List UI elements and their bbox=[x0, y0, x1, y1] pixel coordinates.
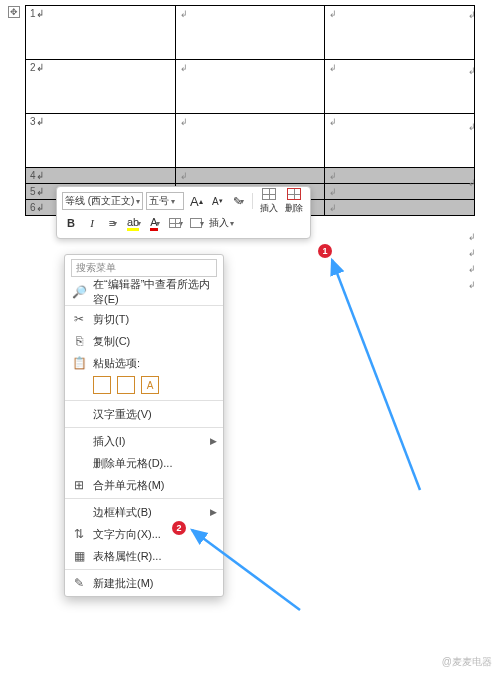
menu-item[interactable]: 汉字重选(V) bbox=[65, 403, 223, 425]
font-color-button[interactable]: A▾ bbox=[146, 214, 164, 232]
para-mark: ↲ bbox=[180, 117, 188, 127]
insert-label: 插入 bbox=[260, 202, 278, 215]
table-cell[interactable]: 4↲ bbox=[26, 168, 176, 184]
menu-item-icon: ✂ bbox=[71, 312, 87, 326]
callout-badge-1: 1 bbox=[318, 244, 332, 258]
table-cell[interactable]: ↲ bbox=[325, 168, 475, 184]
paste-option-icon[interactable]: A bbox=[141, 376, 159, 394]
insert-dropdown-button[interactable]: 插入 bbox=[209, 214, 229, 232]
para-mark: ↲ bbox=[180, 9, 188, 19]
paste-options-row: A bbox=[65, 374, 223, 398]
para-mark: ↲ bbox=[329, 187, 337, 197]
grid-delete-icon bbox=[287, 188, 301, 200]
table-cell[interactable]: ↲ bbox=[175, 6, 325, 60]
menu-separator bbox=[65, 498, 223, 499]
table-row[interactable]: 4↲↲↲ bbox=[26, 168, 475, 184]
menu-item[interactable]: ⊞合并单元格(M) bbox=[65, 474, 223, 496]
menu-search-input[interactable]: 搜索菜单 bbox=[71, 259, 217, 277]
table-row[interactable]: 1↲↲↲ bbox=[26, 6, 475, 60]
table-cell[interactable]: ↲ bbox=[175, 60, 325, 114]
paste-option-icon[interactable] bbox=[117, 376, 135, 394]
font-name: 等线 (西文正文) bbox=[65, 194, 134, 208]
menu-item[interactable]: 🔎在“编辑器”中查看所选内容(E) bbox=[65, 281, 223, 303]
font-size: 五号 bbox=[149, 194, 169, 208]
para-mark: ↲ bbox=[468, 280, 476, 290]
table-cell[interactable]: 2↲ bbox=[26, 60, 176, 114]
table-cell[interactable]: ↲ bbox=[325, 184, 475, 200]
menu-separator bbox=[65, 569, 223, 570]
table-row[interactable]: 2↲↲↲ bbox=[26, 60, 475, 114]
table-cell[interactable]: ↲ bbox=[325, 6, 475, 60]
menu-item[interactable]: ✂剪切(T) bbox=[65, 308, 223, 330]
align-button[interactable]: ≡▾ bbox=[104, 214, 122, 232]
menu-item-label: 粘贴选项: bbox=[93, 356, 217, 371]
menu-item-label: 表格属性(R)... bbox=[93, 549, 217, 564]
menu-item[interactable]: ⎘复制(C) bbox=[65, 330, 223, 352]
para-mark: ↲ bbox=[329, 63, 337, 73]
para-mark: ↲ bbox=[468, 122, 476, 132]
menu-item-label: 边框样式(B) bbox=[93, 505, 204, 520]
menu-item[interactable]: 删除单元格(D)... bbox=[65, 452, 223, 474]
format-painter-button[interactable]: ✎▾ bbox=[229, 192, 247, 210]
menu-item[interactable]: ⇅文字方向(X)... bbox=[65, 523, 223, 545]
menu-item-label: 删除单元格(D)... bbox=[93, 456, 217, 471]
cell-number: 2↲ bbox=[30, 62, 44, 73]
menu-item[interactable]: ✎新建批注(M) bbox=[65, 572, 223, 594]
menu-item[interactable]: 边框样式(B)▶ bbox=[65, 501, 223, 523]
menu-separator bbox=[65, 400, 223, 401]
paste-option-icon[interactable] bbox=[93, 376, 111, 394]
menu-item-icon: ✎ bbox=[71, 576, 87, 590]
menu-item-icon: ⊞ bbox=[71, 478, 87, 492]
para-mark: ↲ bbox=[468, 10, 476, 20]
table-cell[interactable]: 1↲ bbox=[26, 6, 176, 60]
italic-button[interactable]: I bbox=[83, 214, 101, 232]
delete-label: 删除 bbox=[285, 202, 303, 215]
para-mark: ↲ bbox=[468, 178, 476, 188]
para-mark: ↲ bbox=[468, 232, 476, 242]
chevron-down-icon: ▾ bbox=[136, 197, 140, 206]
menu-item-label: 插入(I) bbox=[93, 434, 204, 449]
para-mark: ↲ bbox=[180, 171, 188, 181]
context-menu: 搜索菜单 🔎在“编辑器”中查看所选内容(E)✂剪切(T)⎘复制(C)📋粘贴选项:… bbox=[64, 254, 224, 597]
document-table[interactable]: 1↲↲↲2↲↲↲3↲↲↲4↲↲↲5↲↲↲6↲↲↲ bbox=[25, 5, 475, 216]
cell-align-button[interactable]: ▾ bbox=[188, 214, 206, 232]
borders-button[interactable]: ▾ bbox=[167, 214, 185, 232]
shrink-font-button[interactable]: A▾ bbox=[208, 192, 226, 210]
delete-table-button[interactable]: 删除 bbox=[283, 187, 305, 215]
para-mark: ↲ bbox=[468, 248, 476, 258]
highlight-button[interactable]: ab▾ bbox=[125, 214, 143, 232]
cell-number: 3↲ bbox=[30, 116, 44, 127]
table-cell[interactable]: ↲ bbox=[325, 60, 475, 114]
table-move-handle[interactable]: ✥ bbox=[8, 6, 20, 18]
table-cell[interactable]: ↲ bbox=[325, 200, 475, 216]
table-cell[interactable]: 3↲ bbox=[26, 114, 176, 168]
menu-item-icon: 📋 bbox=[71, 356, 87, 370]
menu-item-label: 新建批注(M) bbox=[93, 576, 217, 591]
menu-item-icon: 🔎 bbox=[71, 285, 87, 299]
menu-item-icon: ⎘ bbox=[71, 334, 87, 348]
cell-number: 4↲ bbox=[30, 170, 44, 181]
menu-item-label: 合并单元格(M) bbox=[93, 478, 217, 493]
table-cell[interactable]: ↲ bbox=[175, 114, 325, 168]
callout-badge-2: 2 bbox=[172, 521, 186, 535]
svg-line-0 bbox=[332, 260, 420, 490]
chevron-down-icon: ▾ bbox=[171, 197, 175, 206]
bold-button[interactable]: B bbox=[62, 214, 80, 232]
grow-font-button[interactable]: A▴ bbox=[187, 192, 205, 210]
chevron-right-icon: ▶ bbox=[210, 507, 217, 517]
menu-item-tableprops[interactable]: ▦表格属性(R)... bbox=[65, 545, 223, 567]
para-mark: ↲ bbox=[468, 66, 476, 76]
para-mark: ↲ bbox=[180, 63, 188, 73]
font-select[interactable]: 等线 (西文正文) ▾ bbox=[62, 192, 143, 210]
para-mark: ↲ bbox=[329, 171, 337, 181]
menu-item-label: 复制(C) bbox=[93, 334, 217, 349]
menu-item[interactable]: 📋粘贴选项: bbox=[65, 352, 223, 374]
table-row[interactable]: 3↲↲↲ bbox=[26, 114, 475, 168]
cell-number: 1↲ bbox=[30, 8, 44, 19]
insert-table-button[interactable]: 插入 bbox=[258, 187, 280, 215]
font-size-select[interactable]: 五号 ▾ bbox=[146, 192, 184, 210]
menu-item[interactable]: 插入(I)▶ bbox=[65, 430, 223, 452]
table-cell[interactable]: ↲ bbox=[175, 168, 325, 184]
menu-item-label: 汉字重选(V) bbox=[93, 407, 217, 422]
table-cell[interactable]: ↲ bbox=[325, 114, 475, 168]
